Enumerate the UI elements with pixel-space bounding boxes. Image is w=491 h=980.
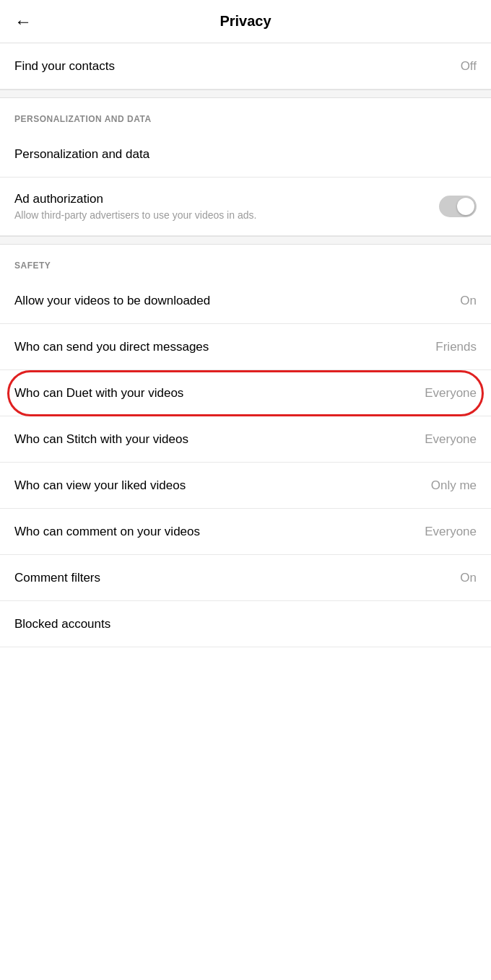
ad-authorization-toggle[interactable]	[439, 196, 477, 217]
comment-value: Everyone	[425, 525, 477, 539]
liked-videos-value: Only me	[431, 478, 477, 493]
blocked-accounts-label: Blocked accounts	[14, 617, 477, 631]
section-divider-1	[0, 89, 491, 98]
ad-authorization-label: Ad authorization	[14, 192, 439, 206]
duet-value: Everyone	[425, 386, 477, 401]
page-title: Privacy	[220, 13, 271, 30]
direct-messages-row[interactable]: Who can send you direct messages Friends	[0, 324, 491, 370]
back-button[interactable]: ←	[14, 13, 32, 30]
liked-videos-label: Who can view your liked videos	[14, 478, 422, 493]
stitch-label: Who can Stitch with your videos	[14, 432, 416, 447]
ad-authorization-left: Ad authorization Allow third-party adver…	[14, 192, 439, 221]
section-divider-2	[0, 236, 491, 245]
blocked-accounts-row[interactable]: Blocked accounts	[0, 601, 491, 647]
stitch-value: Everyone	[425, 432, 477, 447]
allow-downloads-label: Allow your videos to be downloaded	[14, 294, 451, 308]
find-contacts-label: Find your contacts	[14, 59, 452, 74]
find-contacts-row[interactable]: Find your contacts Off	[0, 43, 491, 89]
ad-authorization-description: Allow third-party advertisers to use you…	[14, 209, 439, 221]
comment-label: Who can comment on your videos	[14, 525, 416, 539]
direct-messages-value: Friends	[435, 340, 477, 354]
toggle-thumb	[457, 198, 474, 215]
comment-filters-value: On	[460, 571, 477, 585]
duet-label: Who can Duet with your videos	[14, 386, 416, 401]
comment-row[interactable]: Who can comment on your videos Everyone	[0, 509, 491, 555]
personalization-data-row[interactable]: Personalization and data	[0, 131, 491, 178]
liked-videos-row[interactable]: Who can view your liked videos Only me	[0, 463, 491, 509]
comment-filters-row[interactable]: Comment filters On	[0, 555, 491, 601]
allow-downloads-row[interactable]: Allow your videos to be downloaded On	[0, 278, 491, 324]
header: ← Privacy	[0, 0, 491, 43]
ad-authorization-row[interactable]: Ad authorization Allow third-party adver…	[0, 178, 491, 236]
find-contacts-value: Off	[461, 59, 477, 74]
safety-section-label: SAFETY	[0, 245, 491, 278]
stitch-row[interactable]: Who can Stitch with your videos Everyone	[0, 416, 491, 463]
comment-filters-label: Comment filters	[14, 571, 451, 585]
direct-messages-label: Who can send you direct messages	[14, 340, 427, 354]
allow-downloads-value: On	[460, 294, 477, 308]
duet-row[interactable]: Who can Duet with your videos Everyone	[0, 370, 491, 416]
personalization-data-label: Personalization and data	[14, 147, 477, 162]
personalization-section-label: PERSONALIZATION AND DATA	[0, 98, 491, 131]
